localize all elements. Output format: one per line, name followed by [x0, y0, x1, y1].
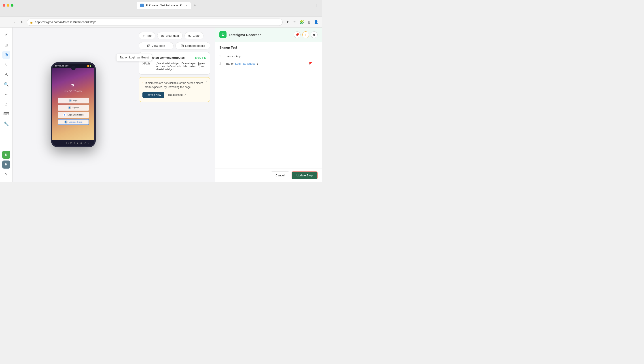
phone-login-button[interactable]: 👤 Login	[58, 98, 89, 103]
tap-on-text: Tap on	[226, 62, 235, 65]
view-code-button[interactable]: View code	[139, 42, 174, 50]
sidebar-toggle-button[interactable]: ▯	[306, 19, 312, 25]
extensions-button[interactable]: 🧩	[299, 19, 305, 25]
recorder-title: ⚙ Testsigma Recorder	[219, 31, 261, 38]
profile-button[interactable]: 👤	[313, 19, 319, 25]
sidebar-item-antenna[interactable]	[2, 71, 10, 79]
step-item-2: 2 Tap on Login as Guest -1 🚩 ⋮	[219, 60, 318, 67]
sidebar-item-cursor[interactable]: ↖	[2, 61, 10, 69]
forward-button[interactable]: →	[11, 19, 17, 25]
step-number-2: 2	[219, 62, 223, 65]
element-details-button[interactable]: Element details	[175, 42, 210, 50]
sidebar-item-brand-h[interactable]: H	[2, 160, 10, 168]
app-logo: ✈ SIMPLY TRAVEL	[64, 82, 82, 92]
phone-nav2: ▶	[77, 142, 79, 144]
left-sidebar: ↺ ⊞ ↖ 🔍 ← ⌂ ⌨ 🔧 N H ?	[0, 28, 12, 182]
browser-chrome: T AI Powered Test Automation P... × + ⋮	[0, 0, 322, 17]
nav-actions: ⬆ ☆ 🧩 ▯ 👤	[284, 19, 319, 25]
phone-google-button[interactable]: G Login with Google	[58, 112, 89, 118]
phone-home-icon: ◯	[66, 142, 69, 144]
cancel-button[interactable]: Cancel	[271, 171, 289, 179]
troubleshoot-link[interactable]: Troubleshoot ↗	[168, 93, 186, 96]
step-link-login-as-guest[interactable]: Login as Guest	[235, 62, 255, 65]
recorder-controls: 📌 ⏸ ⏺	[294, 31, 318, 38]
phone-nav5: ○	[88, 142, 89, 144]
step-item-1: 1 Launch App	[219, 53, 318, 60]
clear-label: Clear	[193, 34, 200, 37]
bookmark-button[interactable]: ☆	[292, 19, 298, 25]
back-button[interactable]: ←	[3, 19, 9, 25]
new-tab-button[interactable]: +	[192, 2, 198, 9]
google-icon: G	[63, 113, 66, 116]
warning-actions: Refresh Now Troubleshoot ↗	[142, 92, 206, 98]
browser-menu[interactable]: ⋮	[313, 3, 319, 8]
browser-tab-active[interactable]: T AI Powered Test Automation P... ×	[137, 2, 191, 9]
share-button[interactable]: ⬆	[284, 19, 291, 25]
secondary-buttons-row: View code Element details	[139, 42, 210, 50]
stop-button[interactable]: ⏺	[311, 31, 318, 38]
sidebar-item-tools[interactable]: 🔧	[2, 120, 10, 128]
tab-close-button[interactable]: ×	[185, 4, 187, 7]
tab-title: AI Powered Test Automation P...	[146, 4, 184, 7]
close-traffic-light[interactable]	[3, 4, 5, 7]
refresh-now-button[interactable]: Refresh Now	[142, 92, 164, 98]
sidebar-item-search[interactable]: 🔍	[2, 80, 10, 88]
maximize-traffic-light[interactable]	[11, 4, 14, 7]
step-more-button[interactable]: ⋮	[314, 62, 318, 65]
pause-button[interactable]: ⏸	[302, 31, 309, 38]
phone-recent-icon: ◻	[70, 142, 72, 144]
phone-time: 18 TUE, 21 NOV	[55, 65, 68, 67]
sidebar-item-home[interactable]: ⌂	[2, 100, 10, 108]
tab-favicon: T	[140, 4, 144, 7]
step-flag-button[interactable]: 🚩	[309, 62, 312, 65]
phone-status-bar: 18 TUE, 21 NOV 📶🔋	[52, 64, 94, 68]
sidebar-item-keyboard[interactable]: ⌨	[2, 110, 10, 118]
element-details-icon	[181, 44, 184, 48]
recorder-panel: ⚙ Testsigma Recorder 📌 ⏸ ⏺ Signup Test 1…	[215, 28, 322, 182]
recorder-body: Signup Test 1 Launch App 2 Tap on Login …	[215, 42, 322, 168]
address-bar[interactable]: 🔒 app.testsigma.com/ui/td/cases/408/reco…	[27, 19, 283, 26]
warning-text: If elements are not clickable or the scr…	[145, 81, 206, 89]
tap-button[interactable]: Tap	[139, 32, 156, 39]
recorder-footer: Cancel Update Step	[215, 168, 322, 182]
phone-nav3: ◉	[80, 142, 82, 144]
enter-data-icon	[161, 34, 164, 37]
brand-text: SIMPLY TRAVEL	[64, 90, 82, 92]
update-step-button[interactable]: Update Step	[292, 171, 318, 179]
step-actions: 🚩 ⋮	[309, 62, 318, 65]
clear-icon	[188, 34, 192, 37]
view-code-label: View code	[152, 44, 165, 48]
device-area: 18 TUE, 21 NOV 📶🔋 ✈ SIMPLY TRAVEL 👤 Logi…	[12, 28, 134, 182]
reload-button[interactable]: ↻	[19, 19, 25, 25]
xpath-row: XPath //android.widget.FrameLayout[@reso…	[142, 62, 206, 71]
step-text-1: Launch App	[226, 55, 318, 58]
phone-nav4: ◁	[84, 142, 86, 144]
warning-card: × ℹ If elements are not clickable or the…	[139, 77, 210, 102]
phone-signup-button[interactable]: 👤 Signup	[58, 105, 89, 111]
recorder-icon: ⚙	[219, 31, 226, 38]
url-text: app.testsigma.com/ui/td/cases/408/record…	[35, 20, 280, 24]
warning-close-button[interactable]: ×	[206, 80, 208, 83]
tap-icon	[142, 34, 146, 37]
test-name: Signup Test	[219, 46, 318, 49]
phone-status-icons: 📶🔋	[87, 65, 92, 67]
xpath-label: XPath	[142, 62, 154, 71]
sidebar-item-dashboard[interactable]: ⊞	[2, 41, 10, 49]
sidebar-item-help[interactable]: ?	[2, 170, 10, 178]
sidebar-item-recorder[interactable]	[2, 51, 10, 59]
enter-data-button[interactable]: Enter data	[157, 32, 183, 39]
clear-button[interactable]: Clear	[184, 32, 204, 39]
step-number-1: 1	[219, 55, 223, 58]
sidebar-item-brand-n[interactable]: N	[2, 151, 10, 159]
more-info-link[interactable]: More info	[195, 56, 206, 59]
phone-guest-button[interactable]: 👤 Login as Guest	[58, 119, 89, 125]
sidebar-item-refresh[interactable]: ↺	[2, 31, 10, 39]
lock-icon: 🔒	[30, 21, 33, 24]
warning-header: ℹ If elements are not clickable or the s…	[142, 81, 206, 89]
guest-icon: 👤	[64, 120, 68, 124]
signup-label: Signup	[72, 107, 79, 109]
minimize-traffic-light[interactable]	[7, 4, 10, 7]
pin-button[interactable]: 📌	[294, 31, 300, 38]
sidebar-item-back[interactable]: ←	[2, 90, 10, 98]
phone-bottom-bar: ⋮⋮⋮ ◯ ◻ ≡ ▶ ◉ ◁ ○	[52, 140, 94, 146]
